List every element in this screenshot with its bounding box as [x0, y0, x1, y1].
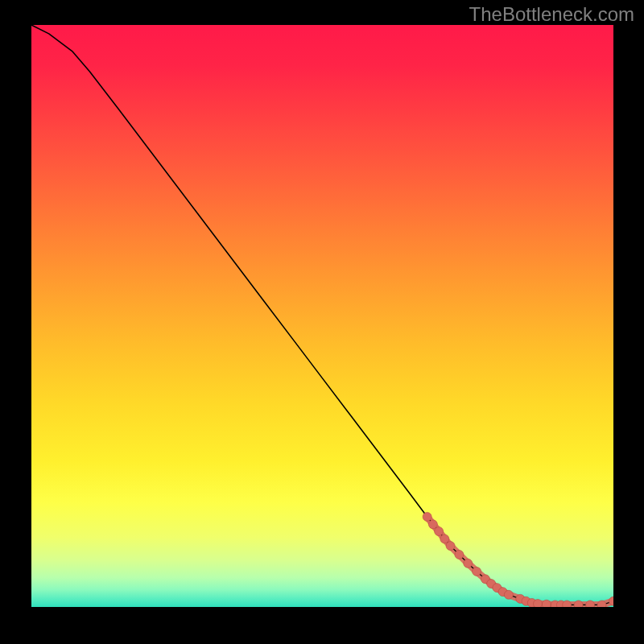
highlight-marker	[534, 600, 543, 607]
watermark-text: TheBottleneck.com	[469, 3, 634, 26]
highlight-marker	[473, 567, 481, 576]
svg-rect-0	[31, 25, 613, 607]
highlight-marker	[542, 600, 551, 607]
highlight-marker	[446, 542, 455, 551]
highlight-marker	[586, 601, 595, 607]
highlight-marker	[455, 550, 464, 559]
highlight-marker	[597, 601, 606, 607]
highlight-marker	[428, 520, 437, 529]
highlight-marker	[435, 527, 444, 536]
bottleneck-chart	[31, 25, 613, 607]
highlight-marker	[464, 559, 473, 568]
highlight-marker	[440, 535, 449, 543]
highlight-marker	[423, 512, 431, 521]
highlight-marker	[504, 590, 513, 599]
highlight-marker	[563, 601, 572, 607]
highlight-marker	[574, 601, 583, 607]
